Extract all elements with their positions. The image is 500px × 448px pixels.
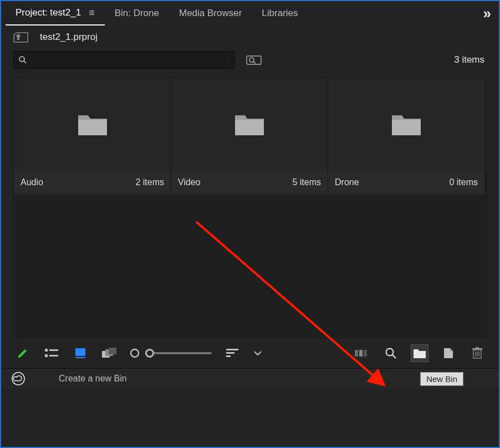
bin-thumbnail	[171, 78, 328, 170]
svg-rect-21	[355, 350, 358, 357]
new-item-button[interactable]	[440, 345, 457, 362]
folder-icon	[77, 112, 108, 136]
svg-point-17	[131, 349, 139, 357]
search-icon	[18, 55, 27, 64]
project-filename: test2_1.prproj	[40, 32, 98, 43]
svg-line-25	[392, 355, 396, 358]
svg-rect-12	[75, 348, 85, 356]
folder-icon	[391, 112, 422, 136]
panel-tabs: Project: test2_1 ≡ Bin: Drone Media Brow…	[1, 1, 499, 26]
svg-rect-6	[235, 120, 264, 135]
zoom-slider[interactable]	[145, 352, 212, 354]
bin-item-video[interactable]: Video 5 items	[171, 78, 328, 195]
tab-bin-label: Bin: Drone	[115, 8, 159, 19]
svg-rect-5	[78, 120, 107, 135]
tab-project-label: Project: test2_1	[16, 7, 81, 18]
tab-project[interactable]: Project: test2_1 ≡	[6, 2, 105, 26]
svg-point-3	[249, 58, 254, 62]
svg-rect-19	[226, 352, 234, 354]
svg-rect-18	[226, 349, 238, 350]
tab-media-browser[interactable]: Media Browser	[169, 2, 252, 24]
bin-item-audio[interactable]: Audio 2 items	[14, 78, 171, 195]
svg-rect-23	[364, 350, 367, 357]
svg-rect-20	[226, 355, 231, 357]
icon-view-button[interactable]	[72, 345, 89, 362]
svg-point-24	[386, 349, 394, 356]
svg-rect-27	[472, 348, 482, 350]
svg-line-4	[253, 62, 256, 63]
folder-icon	[413, 348, 426, 359]
panel-menu-icon[interactable]: ≡	[89, 7, 95, 19]
tab-libraries-label: Libraries	[262, 8, 298, 19]
item-count: 3 items	[454, 54, 487, 65]
list-view-button[interactable]	[43, 345, 60, 362]
search-row: 3 items	[1, 47, 499, 73]
bin-name: Video	[178, 177, 201, 187]
svg-rect-10	[45, 354, 48, 357]
new-bin-tooltip: New Bin	[420, 372, 463, 386]
creative-cloud-icon[interactable]	[11, 371, 25, 386]
find-button[interactable]	[246, 54, 262, 65]
bin-count: 0 items	[449, 177, 478, 187]
sort-button[interactable]	[224, 345, 241, 362]
bin-count: 5 items	[292, 177, 321, 187]
bin-name: Drone	[335, 177, 359, 187]
search-input-container[interactable]	[13, 51, 235, 69]
svg-rect-8	[45, 349, 48, 352]
delete-button[interactable]	[469, 345, 486, 362]
project-panel: Project: test2_1 ≡ Bin: Drone Media Brow…	[0, 0, 500, 448]
bin-thumbnail	[328, 78, 484, 170]
sort-dropdown-button[interactable]	[253, 345, 263, 362]
bin-item-drone[interactable]: Drone 0 items	[328, 78, 484, 195]
svg-rect-7	[392, 120, 421, 135]
zoom-slider-group	[130, 348, 212, 358]
svg-line-1	[24, 61, 26, 63]
tab-libraries[interactable]: Libraries	[252, 2, 308, 24]
svg-rect-13	[75, 357, 85, 358]
svg-rect-28	[476, 347, 479, 348]
search-input[interactable]	[27, 55, 230, 65]
automate-sequence-button[interactable]	[354, 345, 370, 362]
zoom-slider-knob[interactable]	[145, 349, 154, 358]
svg-rect-11	[49, 355, 58, 357]
bin-thumbnail	[14, 78, 171, 170]
tab-bin[interactable]: Bin: Drone	[105, 2, 169, 24]
svg-rect-9	[49, 349, 58, 351]
bin-name: Audio	[21, 177, 43, 187]
breadcrumb: test2_1.prproj	[1, 26, 499, 47]
svg-point-0	[19, 57, 24, 62]
tabs-overflow-icon[interactable]: »	[483, 5, 494, 22]
status-bar: Create a new Bin New Bin	[1, 368, 499, 388]
navigate-up-icon[interactable]	[13, 31, 30, 43]
find-toolbar-button[interactable]	[382, 345, 399, 362]
zoom-min-icon	[130, 348, 140, 358]
freeform-view-button[interactable]	[101, 345, 118, 362]
svg-point-32	[12, 372, 24, 384]
folder-icon	[234, 112, 265, 136]
bins-grid: Audio 2 items Video 5 items Drone	[13, 78, 487, 338]
tab-media-browser-label: Media Browser	[179, 8, 242, 19]
bottom-toolbar	[1, 338, 499, 368]
write-mode-button[interactable]	[14, 345, 31, 362]
bin-count: 2 items	[135, 177, 164, 187]
svg-rect-22	[359, 350, 363, 357]
status-text: Create a new Bin	[59, 374, 127, 384]
new-bin-button[interactable]	[411, 345, 428, 362]
svg-rect-16	[109, 348, 116, 354]
